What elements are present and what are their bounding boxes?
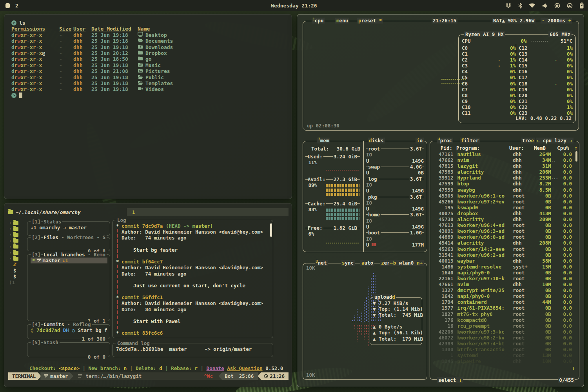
proc-sort-switcher[interactable]: ← cpu lazy → — [536, 138, 573, 143]
terminal-window-ls[interactable]: > ls Permissions Size User Date Modified… — [4, 14, 292, 199]
record-icon[interactable] — [554, 3, 560, 9]
tree-folder-item[interactable]: › — [9, 256, 27, 261]
file-tree-sidebar[interactable]: ››››››› Z $ $(1 — [9, 220, 27, 285]
process-row[interactable]: 39912Hyprlanddhh253M...0.0 — [432, 175, 577, 181]
proc-filter-button[interactable]: filter — [460, 138, 480, 143]
battery-icon[interactable] — [579, 2, 584, 9]
nvim-tab-cwd[interactable]: ~/.local/share/omarchy — [8, 209, 126, 215]
ask-question-link[interactable]: Ask Question — [227, 365, 262, 371]
process-row[interactable]: 16rcu_preemptroot0B0.0 — [432, 323, 577, 329]
process-row[interactable]: 1794containerdroot44M0.0 — [432, 299, 577, 305]
refresh-interval-control[interactable]: - 2000ms + — [541, 18, 572, 24]
process-row[interactable]: 42208kworker/u97:3-kcroot0B0.0 — [432, 329, 577, 335]
process-row[interactable]: 47161nautilusdhh264M0.0 — [432, 151, 577, 157]
process-row[interactable]: 1327dmcrypt_write/25root0B0.0 — [432, 287, 577, 293]
terminal-window-lazygit[interactable]: ~/.local/share/omarchy 1 ››››››› Z $ $(1… — [4, 203, 292, 387]
gauge-icon[interactable] — [567, 3, 573, 9]
process-row[interactable]: 47559swaybgdhh8.5M0.0 — [432, 187, 577, 193]
tree-folder-item[interactable]: › — [9, 232, 27, 238]
log-commit-entry[interactable]: *commit 56fdfc1Author: David Heinemeier … — [116, 294, 269, 330]
process-row[interactable]: 45414alacrittydhh208M0.0 — [432, 240, 577, 246]
process-row[interactable]: 45266kworker/u97:2+evroot0B0.0 — [432, 199, 577, 205]
process-row[interactable]: 40075dropboxdhh413M0.0 — [432, 211, 577, 216]
process-row[interactable]: 1systemdroot13M0.0 — [432, 352, 577, 358]
process-row[interactable]: 40013waybardhh58M0.0 — [432, 258, 577, 264]
process-row[interactable]: 195kswapd0root0B0.0 — [432, 205, 577, 211]
process-row[interactable]: 31541kworker/u96:2-sdroot0B0.0 — [432, 252, 577, 258]
tab-number[interactable]: 1 — [132, 209, 135, 215]
clock[interactable]: Wednesday 21:26 — [0, 3, 588, 9]
file-row[interactable]: drwxr-xr-x-dhh25 Jun 18:50go — [11, 56, 286, 62]
lazygit-stash-panel[interactable]: [5]-Stash 0 of 0 — [27, 342, 110, 357]
process-row[interactable]: 1640napi/phy0-0root0B0.0 — [432, 270, 577, 276]
process-row[interactable]: 47815lazygitdhh31M0.0 — [432, 163, 577, 169]
file-row[interactable]: drwxr-xr-x-dhh25 Jun 19:18Music — [11, 62, 286, 68]
tree-folder-item[interactable]: › — [9, 226, 27, 232]
lazygit-files-panel[interactable]: [2]-Files - Worktrees - S 0 of 0 — [27, 237, 110, 251]
process-row[interactable]: 46072kworker/u98:2-kvroot0B0.0 — [432, 335, 577, 341]
file-row[interactable]: drwxr-xr-x@-dhh25 Jun 20:12Dropbox — [11, 50, 286, 56]
lazygit-status-panel[interactable]: [1]-Status ↓1 omarchy → master — [27, 221, 110, 236]
wifi-icon[interactable] — [529, 3, 535, 8]
process-row[interactable]: 44889kworker/u96:0-sdroot0B0.0 — [432, 234, 577, 240]
cpu-preset-button[interactable]: preset * — [357, 18, 383, 24]
process-row[interactable]: 176kcompactd0root0B0.0 — [432, 317, 577, 323]
log-commit-entry[interactable]: *commit 7dc9d7a (HEAD -> master)Author: … — [116, 223, 269, 259]
net-sync-toggle[interactable]: sync — [341, 260, 355, 266]
tree-folder-item[interactable]: › — [9, 250, 27, 256]
log-commit-entry[interactable]: *commit 83fc6c6 — [116, 330, 269, 336]
dropbox-icon[interactable] — [505, 3, 512, 8]
lazygit-commits-panel[interactable]: [4]-Commits - Reflog ◊ 7dc9d7ad DH ○ Sta… — [27, 324, 110, 339]
process-row[interactable]: 47661nvimdhh10M0.0 — [432, 281, 577, 287]
process-list[interactable]: 47161nautilusdhh264M0.047662nvimdhh34M..… — [432, 151, 577, 364]
process-row[interactable]: 47613kworker/u96:4-sdroot0B0.0 — [432, 222, 577, 228]
file-row[interactable]: drwxr-xr-x-dhh25 Jun 19:18Public — [11, 74, 286, 80]
net-auto-toggle[interactable]: auto — [360, 260, 374, 266]
col-header-date: Date Modified — [91, 26, 138, 32]
prompt-line-input[interactable]: > — [11, 93, 286, 98]
file-row[interactable]: drwxr-xr-x-dhh25 Jun 19:18Documents — [11, 38, 286, 44]
process-row[interactable]: 1642napi/phy0-0root0B0.0 — [432, 293, 577, 299]
tree-folder-item[interactable]: › — [9, 244, 27, 250]
file-row[interactable]: drwxr-xr-x-dhh25 Jun 19:18Templates — [11, 80, 286, 86]
process-row[interactable]: 45730alacrittydhh209M0.0 — [432, 216, 577, 222]
net-up-column — [359, 325, 360, 332]
file-row[interactable]: drwxr-xr-x-dhh25 Jun 19:18Desktop — [11, 32, 286, 38]
log-commit-entry[interactable]: *commit bf64cc7Author: David Heinemeier … — [116, 259, 269, 294]
process-row[interactable]: 45263kworker/14:2-everoot0B0.0 — [432, 246, 577, 252]
net-interface-switcher[interactable]: ←b wlan0 n→ — [389, 260, 424, 266]
tree-folder-item[interactable]: › — [9, 238, 27, 244]
branch-row-master[interactable]: * master ↓1 — [31, 258, 107, 263]
process-row[interactable]: 47662nvimdhh34M..0.0 — [432, 157, 577, 163]
process-row[interactable]: 43091kworker/u96:3-sdroot0B0.0 — [432, 228, 577, 234]
process-row[interactable]: 1345pipewiredhh10M0.0 — [432, 358, 577, 364]
cpu-menu-button[interactable]: menu — [335, 18, 349, 24]
process-row[interactable]: 1486systemd-resolvesyst+15M0.0 — [432, 264, 577, 270]
log-scrollbar[interactable] — [270, 223, 272, 237]
proc-tree-toggle[interactable]: tree — [521, 138, 535, 143]
lazygit-branches-panel[interactable]: [3]-Local branches - Remo * master ↓1 1 … — [27, 254, 110, 321]
proc-select-button[interactable]: select ↓ — [437, 377, 463, 383]
process-row[interactable]: 47599btopdhh8.2M0.0 — [432, 181, 577, 187]
btop-window[interactable]: 1cpu menu preset * 21:26:15 BAT▲ 98% 2.9… — [297, 14, 584, 387]
process-row[interactable]: 1577irq/81-PIXA3854:root0B0.0 — [432, 305, 577, 311]
volume-icon[interactable] — [542, 3, 548, 8]
file-row[interactable]: drwxr-xr-x-dhh25 Jun 19:18Videos — [11, 86, 286, 92]
tree-file-item[interactable]: Z — [9, 261, 27, 267]
process-row[interactable]: 1380btrfs-transactioroot0B0.0 — [432, 347, 577, 352]
process-row[interactable]: 45305kworker/u96:1-coroot0B0.0 — [432, 193, 577, 199]
lazygit-log-panel[interactable]: Log *commit 7dc9d7a (HEAD -> master)Auth… — [113, 220, 273, 338]
commit-row[interactable]: ◊ 7dc9d7ad DH ○ Start bg fa — [31, 327, 107, 333]
process-row[interactable]: 47583alacrittydhh206M0.0 — [432, 169, 577, 175]
bluetooth-icon[interactable] — [518, 3, 522, 9]
file-row[interactable]: drwxr-xr-x-dhh25 Jun 21:08Pictures — [11, 68, 286, 74]
tree-folder-item[interactable]: › — [9, 220, 27, 226]
proc-scrollbar[interactable] — [575, 151, 577, 162]
file-row[interactable]: drwxr-xr-x-dhh25 Jun 19:18Downloads — [11, 44, 286, 50]
tree-file-item[interactable]: $ — [9, 268, 27, 274]
process-row[interactable]: 1827mt76-tx phy0root0B0.0 — [432, 311, 577, 317]
process-row[interactable]: 42389kworker/u97:4-btroot0B0.0 — [432, 341, 577, 347]
tree-file-item[interactable]: $ — [9, 274, 27, 279]
donate-link[interactable]: Donate — [207, 365, 224, 371]
process-row[interactable]: 22161kworker/u97:10-kroot0B0.0 — [432, 276, 577, 281]
